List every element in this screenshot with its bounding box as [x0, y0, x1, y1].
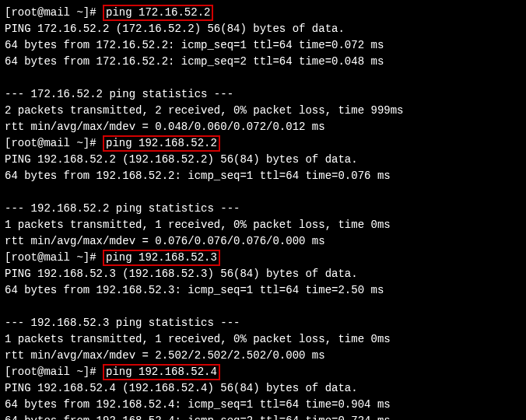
ping-stats-line: rtt min/avg/max/mdev = 0.048/0.060/0.072… — [5, 121, 325, 133]
shell-prompt: [root@mail ~]# — [5, 137, 103, 149]
ping-reply: 64 bytes from 192.168.52.2: icmp_seq=1 t… — [5, 170, 391, 182]
ping-stats-line: rtt min/avg/max/mdev = 2.502/2.502/2.502… — [5, 349, 325, 362]
terminal-line: 64 bytes from 192.168.52.3: icmp_seq=1 t… — [5, 282, 521, 299]
blank-line — [5, 299, 521, 315]
blank-line — [5, 70, 521, 86]
ping-stats-header: --- 192.168.52.3 ping statistics --- — [5, 317, 240, 329]
ping-header: PING 192.168.52.3 (192.168.52.3) 56(84) … — [5, 268, 358, 280]
ping-reply: 64 bytes from 172.16.52.2: icmp_seq=1 tt… — [5, 39, 384, 51]
terminal-line: --- 192.168.52.2 ping statistics --- — [5, 201, 521, 217]
ping-reply: 64 bytes from 192.168.52.4: icmp_seq=1 t… — [5, 398, 391, 411]
terminal-line: 1 packets transmitted, 1 received, 0% pa… — [5, 217, 521, 233]
terminal-line: PING 192.168.52.4 (192.168.52.4) 56(84) … — [5, 380, 521, 397]
ping-reply: 64 bytes from 172.16.52.2: icmp_seq=2 tt… — [5, 55, 384, 68]
ping-stats-line: 1 packets transmitted, 1 received, 0% pa… — [5, 333, 391, 345]
ping-stats-line: 1 packets transmitted, 1 received, 0% pa… — [5, 219, 391, 231]
terminal-line: PING 192.168.52.3 (192.168.52.3) 56(84) … — [5, 266, 521, 282]
terminal-line: [root@mail ~]# ping 192.168.52.3 — [5, 250, 521, 266]
ping-header: PING 192.168.52.4 (192.168.52.4) 56(84) … — [5, 382, 358, 394]
shell-prompt: [root@mail ~]# — [5, 6, 103, 19]
ping-header: PING 192.168.52.2 (192.168.52.2) 56(84) … — [5, 153, 358, 166]
shell-prompt: [root@mail ~]# — [5, 366, 103, 378]
terminal-line: rtt min/avg/max/mdev = 0.076/0.076/0.076… — [5, 233, 521, 250]
ping-command: ping 192.168.52.4 — [103, 364, 220, 380]
ping-reply: 64 bytes from 192.168.52.3: icmp_seq=1 t… — [5, 284, 384, 296]
terminal-line: --- 172.16.52.2 ping statistics --- — [5, 86, 521, 103]
ping-stats-line: rtt min/avg/max/mdev = 0.076/0.076/0.076… — [5, 235, 325, 247]
terminal-line: 64 bytes from 192.168.52.2: icmp_seq=1 t… — [5, 168, 521, 184]
terminal-line: [root@mail ~]# ping 192.168.52.4 — [5, 364, 521, 380]
shell-prompt: [root@mail ~]# — [5, 251, 103, 264]
ping-stats-line: 2 packets transmitted, 2 received, 0% pa… — [5, 104, 403, 117]
terminal-output: [root@mail ~]# ping 172.16.52.2PING 172.… — [5, 5, 521, 420]
terminal-line: [root@mail ~]# ping 172.16.52.2 — [5, 5, 521, 21]
ping-command: ping 172.16.52.2 — [103, 5, 213, 21]
ping-header: PING 172.16.52.2 (172.16.52.2) 56(84) by… — [5, 23, 345, 35]
ping-stats-header: --- 192.168.52.2 ping statistics --- — [5, 202, 240, 215]
terminal-line: --- 192.168.52.3 ping statistics --- — [5, 315, 521, 331]
blank-line — [5, 184, 521, 201]
ping-stats-header: --- 172.16.52.2 ping statistics --- — [5, 88, 233, 100]
ping-command: ping 192.168.52.3 — [103, 250, 220, 266]
terminal-line: 64 bytes from 172.16.52.2: icmp_seq=2 tt… — [5, 54, 521, 70]
terminal-line: rtt min/avg/max/mdev = 0.048/0.060/0.072… — [5, 119, 521, 135]
terminal-line: PING 172.16.52.2 (172.16.52.2) 56(84) by… — [5, 21, 521, 37]
terminal-line: 64 bytes from 192.168.52.4: icmp_seq=1 t… — [5, 397, 521, 413]
ping-command: ping 192.168.52.2 — [103, 135, 220, 152]
terminal-line: 1 packets transmitted, 1 received, 0% pa… — [5, 331, 521, 348]
terminal-line: 2 packets transmitted, 2 received, 0% pa… — [5, 103, 521, 119]
terminal-line: 64 bytes from 192.168.52.4: icmp_seq=2 t… — [5, 413, 521, 420]
ping-reply: 64 bytes from 192.168.52.4: icmp_seq=2 t… — [5, 415, 391, 420]
terminal-line: [root@mail ~]# ping 192.168.52.2 — [5, 135, 521, 152]
terminal-line: PING 192.168.52.2 (192.168.52.2) 56(84) … — [5, 152, 521, 168]
terminal-line: rtt min/avg/max/mdev = 2.502/2.502/2.502… — [5, 348, 521, 364]
terminal-line: 64 bytes from 172.16.52.2: icmp_seq=1 tt… — [5, 37, 521, 54]
